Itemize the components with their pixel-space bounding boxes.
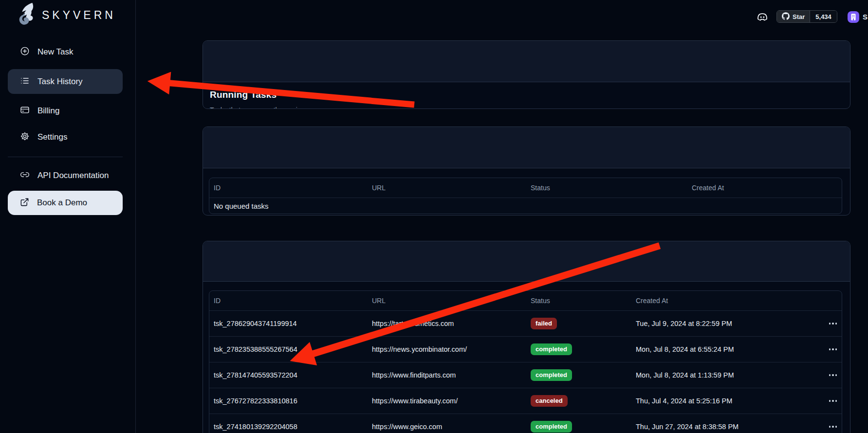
sidebar-item-new-task[interactable]: New Task xyxy=(8,39,123,64)
github-star-count: 5,434 xyxy=(810,11,837,22)
task-row[interactable]: tsk_274180139292204058 https://www.geico… xyxy=(209,414,842,433)
status-badge: completed xyxy=(531,421,572,433)
task-row[interactable]: tsk_278147405593572204 https://www.findi… xyxy=(209,362,842,388)
book-a-demo-label: Book a Demo xyxy=(37,198,87,208)
task-id: tsk_278147405593572204 xyxy=(214,362,297,388)
sidebar-item-billing[interactable]: Billing xyxy=(8,98,123,123)
task-url: https://www.tirabeauty.com/ xyxy=(372,388,458,414)
sidebar-item-settings[interactable]: Settings xyxy=(8,125,123,149)
queued-tasks-table: ID URL Status Created At No queued tasks xyxy=(209,178,842,214)
column-header-created-at: Created At xyxy=(636,291,668,310)
running-tasks-title: Running Tasks xyxy=(210,90,277,100)
sidebar-item-task-history[interactable]: Task History xyxy=(8,69,123,94)
brand-logo[interactable]: SKYVERN xyxy=(15,2,127,28)
status-badge: completed xyxy=(531,343,572,355)
task-history-table: ID URL Status Created At tsk_27862904374… xyxy=(209,290,842,433)
task-id: tsk_276727822333810816 xyxy=(214,388,297,414)
user-name-clipped: S xyxy=(863,13,868,21)
sidebar-divider xyxy=(8,157,123,157)
discord-icon[interactable] xyxy=(756,11,769,23)
brand-name: SKYVERN xyxy=(42,9,116,22)
column-header-created-at: Created At xyxy=(692,178,724,198)
sidebar-item-label: API Documentation xyxy=(37,171,109,180)
column-header-id: ID xyxy=(214,178,221,198)
sidebar: SKYVERN New Task Task History xyxy=(0,0,136,433)
row-actions-ellipsis-icon[interactable] xyxy=(823,337,842,362)
credit-card-icon xyxy=(20,105,30,117)
external-link-icon xyxy=(20,198,29,209)
task-row[interactable]: tsk_276727822333810816 https://www.tirab… xyxy=(209,388,842,414)
column-header-url: URL xyxy=(372,291,386,310)
sidebar-item-label: Billing xyxy=(37,106,59,116)
list-icon xyxy=(20,76,30,88)
task-created-at: Mon, Jul 8, 2024 at 1:13:59 PM xyxy=(636,362,734,388)
task-row[interactable]: tsk_278629043741199914 https://tartecosm… xyxy=(209,310,842,336)
task-url: https://news.ycombinator.com/ xyxy=(372,337,467,362)
avatar[interactable] xyxy=(848,11,859,23)
skyvern-dragon-icon xyxy=(15,2,36,28)
queued-tasks-table-header: ID URL Status Created At xyxy=(209,178,842,198)
app-window: SKYVERN New Task Task History xyxy=(0,0,868,433)
column-header-status: Status xyxy=(531,291,550,310)
task-row[interactable]: tsk_278235388555267564 https://news.ycom… xyxy=(209,336,842,362)
sidebar-item-label: Settings xyxy=(37,132,67,142)
task-url: https://tartecosmetics.com xyxy=(372,311,454,336)
book-a-demo-button[interactable]: Book a Demo xyxy=(8,191,123,215)
running-tasks-card: Running Tasks Tasks that are currently r… xyxy=(203,40,850,109)
queued-tasks-empty-row: No queued tasks xyxy=(209,198,842,214)
running-tasks-subtitle: Tasks that are currently running xyxy=(210,106,305,109)
task-id: tsk_274180139292204058 xyxy=(214,414,297,433)
row-actions-ellipsis-icon[interactable] xyxy=(823,311,842,336)
queued-tasks-card-header: Queued Tasks Tasks that are waiting to r… xyxy=(203,127,850,168)
sidebar-item-api-documentation[interactable]: API Documentation xyxy=(8,163,123,188)
task-created-at: Tue, Jul 9, 2024 at 8:22:59 PM xyxy=(636,311,732,336)
github-icon xyxy=(782,12,790,21)
task-url: https://www.finditparts.com xyxy=(372,362,456,388)
sidebar-item-label: Task History xyxy=(37,77,83,87)
plus-circle-icon xyxy=(20,46,30,58)
column-header-status: Status xyxy=(531,178,550,198)
task-url: https://www.geico.com xyxy=(372,414,442,433)
row-actions-ellipsis-icon[interactable] xyxy=(823,414,842,433)
running-tasks-card-header: Running Tasks Tasks that are currently r… xyxy=(203,41,850,82)
column-header-id: ID xyxy=(214,291,221,310)
row-actions-ellipsis-icon[interactable] xyxy=(823,388,842,414)
task-created-at: Thu, Jun 27, 2024 at 8:38:58 PM xyxy=(636,414,739,433)
queued-tasks-empty-state: No queued tasks xyxy=(214,198,269,214)
github-star-widget[interactable]: Star 5,434 xyxy=(776,10,837,23)
task-created-at: Mon, Jul 8, 2024 at 6:55:24 PM xyxy=(636,337,734,362)
gear-icon xyxy=(20,131,30,143)
row-actions-ellipsis-icon[interactable] xyxy=(823,362,842,388)
status-badge: completed xyxy=(531,369,572,381)
task-history-table-header: ID URL Status Created At xyxy=(209,291,842,310)
task-id: tsk_278629043741199914 xyxy=(214,311,297,336)
sidebar-item-label: New Task xyxy=(37,47,73,57)
task-history-card-header: Task History Tasks you have run previous… xyxy=(203,241,850,282)
github-star-label: Star xyxy=(793,13,805,20)
column-header-url: URL xyxy=(372,178,386,198)
status-badge: canceled xyxy=(531,395,568,407)
status-badge: failed xyxy=(531,318,557,329)
task-created-at: Thu, Jul 4, 2024 at 5:25:16 PM xyxy=(636,388,732,414)
link-icon xyxy=(20,170,30,181)
task-id: tsk_278235388555267564 xyxy=(214,337,297,362)
